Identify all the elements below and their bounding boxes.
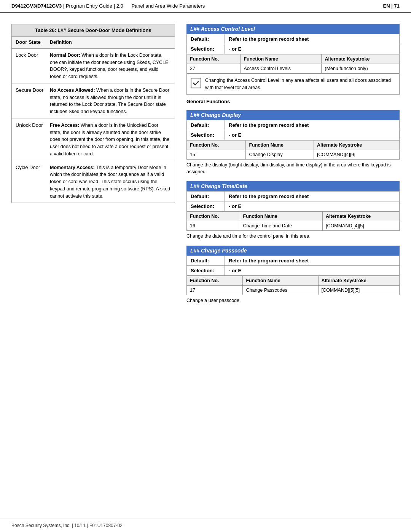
header-page: 71 [394,3,400,9]
func-keystroke: (Menu function only) [322,64,400,73]
list-item: 16 Change Time and Date [COMMAND][4][5] [187,221,400,231]
func-header-row: Function No. Function Name Alternate Key… [187,212,400,221]
table-26-header: Door State Definition [12,37,175,49]
change-time-date-def-table: Default: Refer to the program record she… [186,191,400,211]
func-name: Change Passcodes [243,285,318,295]
func-col1-header: Function No. [187,276,243,285]
change-display-func-table: Function No. Function Name Alternate Key… [186,140,400,160]
page-content: Table 26: L## Secure Door-Door Mode Defi… [0,13,411,340]
section-change-display: L## Change Display Default: Refer to the… [186,110,400,176]
selection-row: Selection: - or E [187,265,400,275]
door-def-unlock: Free Access: When a door is in the Unloc… [50,122,171,158]
header-version: 2.0 [116,3,123,9]
func-header-row: Function No. Function Name Alternate Key… [187,140,400,150]
func-col1-header: Function No. [187,140,246,150]
change-passcode-header: L## Change Passcode [186,246,400,256]
func-table-head: Function No. Function Name Alternate Key… [187,276,400,285]
func-col3-header: Alternate Keystroke [323,212,400,221]
default-label: Default: [187,192,225,201]
door-state-cycle: Cycle Door [16,164,50,170]
func-col2-header: Function Name [243,276,318,285]
func-col3-header: Alternate Keystroke [322,54,400,64]
header-sep2: | [114,3,116,9]
list-item: 17 Change Passcodes [COMMAND][5][5] [187,285,400,295]
default-label: Default: [187,256,225,265]
table-26: Table 26: L## Secure Door-Door Mode Defi… [11,24,175,203]
selection-value: - or E [225,44,400,54]
right-column: L## Access Control Level Default: Refer … [186,24,400,310]
func-table-head: Function No. Function Name Alternate Key… [187,212,400,221]
default-value: Refer to the program record sheet [225,120,400,130]
change-time-date-description: Change the date and time for the control… [186,233,400,240]
col-def-header: Definition [50,39,171,46]
section-change-passcode: L## Change Passcode Default: Refer to th… [186,246,400,304]
door-def-lock: Normal Door: When a door is in the Lock … [50,52,171,80]
table-row: Lock Door Normal Door: When a door is in… [12,49,175,84]
selection-row: Selection: - or E [187,130,400,140]
header-guide: Program Entry Guide [66,3,112,9]
func-no: 16 [187,221,240,231]
section-access-control: L## Access Control Level Default: Refer … [186,24,400,104]
general-functions-label: General Functions [186,99,400,104]
func-no: 37 [187,64,241,73]
change-display-description: Change the display (bright display, dim … [186,161,400,176]
func-keystroke: [COMMAND][5][5] [318,285,399,295]
table-row: Secure Door No Access Allowed: When a do… [12,84,175,119]
func-col1-header: Function No. [187,212,240,221]
selection-row: Selection: - or E [187,44,400,54]
selection-label: Selection: [187,265,225,275]
table-26-title: Table 26: L## Secure Door-Door Mode Defi… [12,24,175,37]
footer-company: Bosch Security Systems, Inc. [11,523,70,528]
default-row: Default: Refer to the program record she… [187,34,400,44]
door-def-secure-bold: No Access Allowed: [50,88,95,93]
header-spacer [124,3,130,9]
table-row: Unlock Door Free Access: When a door is … [12,119,175,161]
func-no: 15 [187,150,246,159]
default-value: Refer to the program record sheet [225,34,400,44]
col-state-header: Door State [16,39,50,46]
door-def-cycle-bold: Momentary Access: [50,165,95,170]
selection-value: - or E [225,201,400,211]
func-col2-header: Function Name [240,212,323,221]
checkmark-icon [192,79,200,87]
header-lang: EN [383,3,390,9]
default-value: Refer to the program record sheet [225,256,400,265]
func-col3-header: Alternate Keystroke [314,140,400,150]
note-checkbox-icon [191,78,201,88]
func-table-body: 37 Access Control Levels (Menu function … [187,64,400,73]
func-col3-header: Alternate Keystroke [318,276,399,285]
door-def-cycle: Momentary Access: This is a temporary Do… [50,164,171,200]
header-sep1: | [63,3,66,9]
selection-value: - or E [225,265,400,275]
func-header-row: Function No. Function Name Alternate Key… [187,54,400,64]
func-table-head: Function No. Function Name Alternate Key… [187,54,400,64]
default-value: Refer to the program record sheet [225,192,400,201]
func-table-body: 15 Change Display [COMMAND][4][9] [187,150,400,159]
page-header: D9412GV3/D7412GV3 | Program Entry Guide … [0,0,411,13]
change-passcode-func-table: Function No. Function Name Alternate Key… [186,276,400,295]
access-control-func-table: Function No. Function Name Alternate Key… [186,54,400,73]
list-item: 37 Access Control Levels (Menu function … [187,64,400,73]
func-name: Change Display [246,150,314,159]
func-name: Access Control Levels [241,64,322,73]
header-section: Panel and Area Wide Parameters [131,3,205,9]
door-def-unlock-bold: Free Access: [50,123,79,128]
table-row: Cycle Door Momentary Access: This is a t… [12,161,175,203]
default-label: Default: [187,120,225,130]
default-row: Default: Refer to the program record she… [187,192,400,201]
default-row: Default: Refer to the program record she… [187,120,400,130]
list-item: 15 Change Display [COMMAND][4][9] [187,150,400,159]
func-keystroke: [COMMAND][4][9] [314,150,400,159]
selection-label: Selection: [187,130,225,140]
header-left: D9412GV3/D7412GV3 | Program Entry Guide … [11,3,205,9]
selection-row: Selection: - or E [187,201,400,211]
change-time-date-func-table: Function No. Function Name Alternate Key… [186,211,400,231]
door-state-secure: Secure Door [16,87,50,93]
header-model: D9412GV3/D7412GV3 [11,3,62,9]
func-col1-header: Function No. [187,54,241,64]
door-state-lock: Lock Door [16,52,50,58]
header-sep3: | [391,3,394,9]
func-col2-header: Function Name [246,140,314,150]
change-time-date-header: L## Change Time/Date [186,181,400,191]
change-passcode-description: Change a user passcode. [186,297,400,304]
